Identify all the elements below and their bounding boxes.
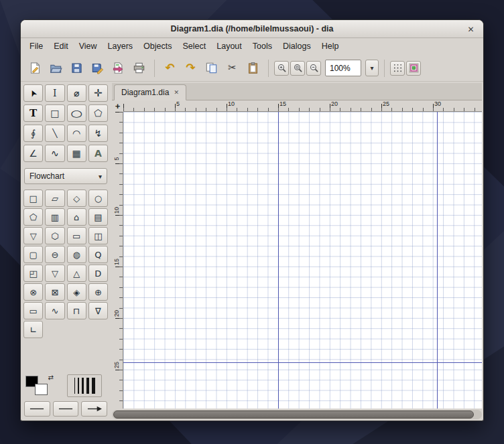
shape-predefined-process[interactable]: ◫ [88,227,108,244]
manual-operation-shape-icon: ▽ [30,232,37,240]
h-scrollbar[interactable] [112,410,482,419]
shape-transmittal-tape[interactable]: ⊓ [67,302,86,319]
shape-parallelogram[interactable]: ▱ [45,190,64,207]
tab-diagram1[interactable]: Diagram1.dia ✕ [114,84,186,100]
shape-decision[interactable]: ◇ [67,190,86,207]
menu-item-help[interactable]: Help [316,38,344,55]
shape-off-page-connector[interactable]: ⌂ [67,208,86,226]
vruler[interactable]: 510152025 [112,112,123,409]
tool-ellipse[interactable]: ○ [67,104,86,122]
diagram-canvas[interactable] [123,112,482,409]
zoom-fit-button[interactable] [290,61,305,76]
process-shape-icon: □ [29,194,37,203]
menu-item-edit[interactable]: Edit [48,38,74,55]
shape-transaction-file[interactable]: ▥ [45,208,64,226]
grid-snap-toggle[interactable] [390,61,405,76]
end-arrow-button[interactable] [81,401,107,417]
zoom-dropdown-button[interactable]: ▾ [365,60,379,76]
line-width-selector[interactable] [67,374,102,397]
swap-colors-icon[interactable]: ⇄ [48,374,54,381]
zoom-out-button[interactable] [306,61,321,76]
tool-textedit[interactable]: I [45,84,64,102]
menu-item-objects[interactable]: Objects [138,38,177,55]
background-swatch[interactable] [35,384,48,395]
tool-modify[interactable]: ➤ [23,84,43,102]
tool-arc[interactable]: ◠ [67,125,86,142]
menu-item-dialogs[interactable]: Dialogs [277,38,316,55]
tab-close-icon[interactable]: ✕ [174,89,179,96]
tool-outline[interactable]: A [88,145,108,162]
menu-item-layers[interactable]: Layers [103,38,139,55]
shape-terminal[interactable]: ▢ [23,246,43,263]
hruler[interactable]: 51015202530 [123,100,482,112]
open-button[interactable] [46,58,66,78]
display-shape-icon: ⬠ [29,213,37,222]
titlebar[interactable]: Diagram1.dia (/home/bilelmussaoui) - dia… [21,20,483,38]
undo-button[interactable]: ↶ [160,58,180,78]
tool-magnify[interactable]: ⌀ [67,84,86,102]
print-button[interactable] [129,58,149,78]
begin-arrow-icon [28,405,46,413]
menu-item-file[interactable]: File [24,38,48,55]
shape-sort[interactable]: ◈ [67,283,86,301]
shape-or[interactable]: ⊕ [88,283,108,301]
shape-summing-junction[interactable]: ⊗ [23,283,43,301]
shape-connector[interactable]: ○ [88,190,108,207]
close-button[interactable]: ✕ [464,23,477,35]
menu-item-view[interactable]: View [74,38,103,55]
shape-manual-operation[interactable]: ▽ [23,227,43,244]
shape-process[interactable]: □ [23,190,43,207]
export-button[interactable] [109,58,128,78]
zoom-input[interactable] [325,60,361,76]
zoom-in-button[interactable] [274,61,289,76]
h-scrollbar-thumb[interactable] [113,411,474,419]
tool-line[interactable]: ╲ [45,125,64,142]
shape-internal-storage[interactable]: ◰ [23,265,43,282]
shape-magnetic-tape[interactable]: Q [88,246,108,263]
tool-text[interactable]: T [23,104,43,122]
shape-merge[interactable]: ▽ [45,265,64,282]
shape-punched-card[interactable]: ▭ [23,302,43,319]
menu-item-tools[interactable]: Tools [247,38,277,55]
snap-to-objects-toggle[interactable] [406,61,421,76]
shape-extract[interactable]: △ [67,265,86,282]
tools-grid: ➤I⌀✛T□○⬠∮╲◠↯∠∿▦A [23,84,108,162]
begin-arrow-button[interactable] [24,401,50,417]
shape-data-source[interactable]: ∟ [23,321,43,338]
tool-bezierline[interactable]: ∿ [45,145,64,162]
menu-item-select[interactable]: Select [178,38,212,55]
tool-beziergon[interactable]: ∮ [23,125,43,142]
scroll-tool-icon: ✛ [94,88,103,98]
shape-display[interactable]: ⬠ [23,208,43,226]
arc-tool-icon: ◠ [72,129,80,138]
shape-magnetic-disk[interactable]: ⊖ [45,246,64,263]
line-style-button[interactable] [53,401,79,417]
shape-card[interactable]: ▭ [67,227,86,244]
color-selector[interactable]: ⇄ [24,374,62,398]
tool-box[interactable]: □ [45,104,64,122]
copy-button[interactable] [202,58,221,78]
box-tool-icon: □ [50,108,59,118]
shape-document[interactable]: ▤ [88,208,108,226]
sheet-selector[interactable]: Flowchart ▾ [24,168,107,184]
paste-button[interactable] [243,58,263,78]
redo-button[interactable]: ↷ [181,58,200,78]
hruler-number: 15 [279,100,286,107]
shape-offline-storage[interactable]: ∇ [88,302,108,319]
save-button[interactable] [67,58,86,78]
shape-punched-tape[interactable]: ∿ [45,302,64,319]
tool-polygon[interactable]: ⬠ [88,104,108,122]
save-as-button[interactable] [88,58,107,78]
shape-preparation[interactable]: ⬡ [45,227,64,244]
menu-item-layout[interactable]: Layout [211,38,247,55]
new-diagram-button[interactable] [25,58,45,78]
ruler-origin[interactable]: + [112,100,123,112]
tool-zigzagline[interactable]: ↯ [88,125,108,142]
shape-magnetic-drum[interactable]: ◍ [67,246,86,263]
cut-button[interactable]: ✂ [223,58,242,78]
tool-image[interactable]: ▦ [67,145,86,162]
shape-delay[interactable]: D [88,265,108,282]
shape-collate[interactable]: ⊠ [45,283,64,301]
tool-scroll[interactable]: ✛ [88,84,108,102]
tool-polyline[interactable]: ∠ [23,145,43,162]
